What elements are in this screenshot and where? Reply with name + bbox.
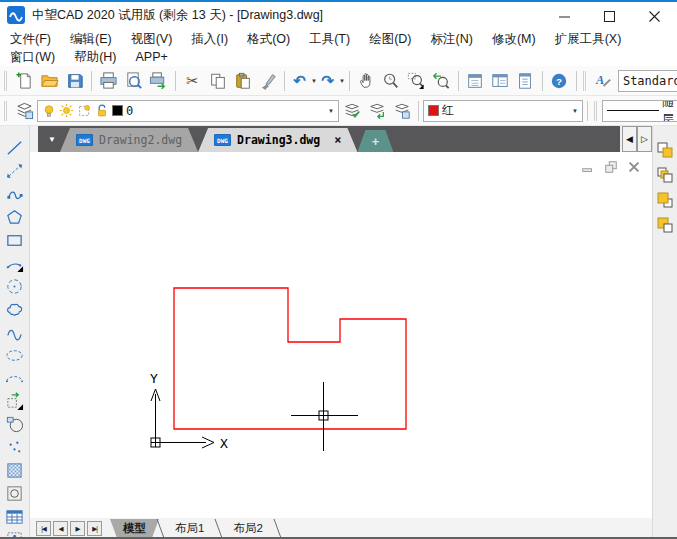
menu-dimension[interactable]: 标注(N) bbox=[431, 31, 473, 48]
next-layout-button[interactable]: ▶ bbox=[70, 521, 85, 536]
layer-combo[interactable]: 0 ▼ bbox=[37, 100, 339, 122]
redo-button[interactable]: ↷ bbox=[317, 68, 338, 94]
tab-layout2[interactable]: 布局2 bbox=[220, 519, 275, 538]
plot-button[interactable] bbox=[146, 68, 171, 94]
tab-layout1[interactable]: 布局1 bbox=[162, 519, 217, 538]
layer-states-button[interactable] bbox=[389, 98, 414, 124]
arc-button[interactable] bbox=[4, 253, 26, 273]
scroll-tabs-left-button[interactable]: ◀ bbox=[622, 126, 637, 152]
circle-button[interactable] bbox=[4, 276, 26, 296]
toolbar-grip[interactable] bbox=[583, 71, 586, 91]
print-preview-button[interactable] bbox=[121, 68, 146, 94]
send-under-button[interactable] bbox=[655, 215, 675, 235]
doc-tab-drawing3[interactable]: DWG Drawing3.dwg × bbox=[198, 128, 357, 152]
menu-insert[interactable]: 插入(I) bbox=[191, 31, 228, 48]
tab-list-dropdown-button[interactable]: ▼ bbox=[44, 130, 60, 148]
text-style-combo[interactable]: Standard bbox=[618, 70, 677, 92]
send-to-back-button[interactable] bbox=[655, 165, 675, 185]
spline-button[interactable] bbox=[4, 322, 26, 342]
undo-button[interactable]: ↶ bbox=[289, 68, 310, 94]
last-layout-button[interactable]: ▶| bbox=[87, 521, 102, 536]
menu-express-tools[interactable]: 扩展工具(X) bbox=[555, 31, 622, 48]
minimize-button[interactable] bbox=[542, 5, 587, 27]
make-layer-current-button[interactable] bbox=[339, 98, 364, 124]
first-layout-button[interactable]: |◀ bbox=[36, 521, 51, 536]
drawing-canvas[interactable]: Y X bbox=[30, 152, 652, 518]
layer-previous-button[interactable] bbox=[364, 98, 389, 124]
menu-view[interactable]: 视图(V) bbox=[131, 31, 173, 48]
paste-button[interactable] bbox=[230, 68, 255, 94]
make-layer-current-icon bbox=[343, 102, 361, 120]
tool-palettes-button[interactable] bbox=[513, 68, 538, 94]
zoom-realtime-button[interactable] bbox=[379, 68, 404, 94]
pan-button[interactable] bbox=[354, 68, 379, 94]
layer-properties-toolbar: 0 ▼ 红 ▼ 随层 bbox=[0, 96, 677, 126]
properties-palette-button[interactable] bbox=[463, 68, 488, 94]
hatch-button[interactable] bbox=[4, 460, 26, 480]
menu-modify[interactable]: 修改(M) bbox=[492, 31, 536, 48]
linetype-combo[interactable]: 随层 bbox=[602, 100, 677, 122]
previous-layout-button[interactable]: ◀ bbox=[53, 521, 68, 536]
color-combo[interactable]: 红 ▼ bbox=[423, 100, 583, 122]
scissors-icon: ✂ bbox=[186, 73, 199, 88]
save-button[interactable] bbox=[62, 68, 87, 94]
insert-block-button[interactable] bbox=[4, 391, 26, 411]
zoom-window-button[interactable] bbox=[404, 68, 429, 94]
menu-format[interactable]: 格式(O) bbox=[247, 31, 290, 48]
close-button[interactable] bbox=[632, 5, 677, 27]
redo-dropdown[interactable]: ▼ bbox=[339, 78, 345, 84]
bring-to-front-button[interactable] bbox=[655, 140, 675, 160]
open-file-button[interactable] bbox=[37, 68, 62, 94]
menu-tools[interactable]: 工具(T) bbox=[309, 31, 350, 48]
line-button[interactable] bbox=[4, 138, 26, 158]
zoom-previous-button[interactable] bbox=[429, 68, 454, 94]
copy-button[interactable] bbox=[205, 68, 230, 94]
construction-line-button[interactable] bbox=[4, 161, 26, 181]
menu-draw[interactable]: 绘图(D) bbox=[369, 31, 411, 48]
bring-above-button[interactable] bbox=[655, 190, 675, 210]
text-style-button[interactable]: A bbox=[591, 68, 616, 94]
drawn-polyline-shape[interactable] bbox=[174, 288, 406, 429]
ellipse-arc-button[interactable] bbox=[4, 368, 26, 388]
new-file-button[interactable] bbox=[12, 68, 37, 94]
point-button[interactable] bbox=[4, 437, 26, 457]
color-combo-dropdown[interactable]: ▼ bbox=[572, 108, 578, 114]
polygon-button[interactable] bbox=[4, 207, 26, 227]
tab-model[interactable]: 模型 bbox=[110, 519, 159, 538]
toolbar-grip[interactable] bbox=[4, 71, 7, 91]
toolbar-grip[interactable] bbox=[594, 101, 597, 121]
polyline-button[interactable] bbox=[4, 184, 26, 204]
menu-edit[interactable]: 编辑(E) bbox=[70, 31, 112, 48]
match-properties-button[interactable] bbox=[255, 68, 280, 94]
make-block-icon bbox=[5, 415, 24, 434]
help-button[interactable]: ? bbox=[547, 68, 572, 94]
menu-help[interactable]: 帮助(H) bbox=[74, 49, 116, 66]
mtext-button[interactable]: A bbox=[4, 529, 26, 537]
mdi-close-button[interactable] bbox=[626, 160, 642, 174]
draw-toolbar: A bbox=[0, 126, 30, 537]
new-doc-tab-button[interactable]: + bbox=[357, 130, 393, 152]
close-doc-tab-icon[interactable]: × bbox=[334, 133, 341, 147]
print-button[interactable] bbox=[96, 68, 121, 94]
toolbar-grip[interactable] bbox=[4, 101, 7, 121]
menu-app-plus[interactable]: APP+ bbox=[135, 50, 167, 64]
region-button[interactable] bbox=[4, 483, 26, 503]
revision-cloud-button[interactable] bbox=[4, 299, 26, 319]
menu-window[interactable]: 窗口(W) bbox=[10, 49, 55, 66]
mdi-restore-button[interactable] bbox=[603, 160, 619, 174]
design-center-button[interactable] bbox=[488, 68, 513, 94]
rectangle-button[interactable] bbox=[4, 230, 26, 250]
doc-tab-drawing2[interactable]: DWG Drawing2.dwg bbox=[60, 128, 198, 152]
toolbar-separator bbox=[175, 71, 176, 91]
make-block-button[interactable] bbox=[4, 414, 26, 434]
scroll-tabs-right-button[interactable]: ▷ bbox=[637, 126, 652, 152]
cut-button[interactable]: ✂ bbox=[180, 68, 205, 94]
drawing-viewport[interactable]: Y X bbox=[30, 152, 652, 518]
maximize-button[interactable] bbox=[587, 5, 632, 27]
mdi-minimize-button[interactable] bbox=[580, 160, 596, 174]
ellipse-button[interactable] bbox=[4, 345, 26, 365]
table-button[interactable] bbox=[4, 506, 26, 526]
layer-manager-button[interactable] bbox=[12, 98, 37, 124]
menu-file[interactable]: 文件(F) bbox=[10, 31, 51, 48]
layer-combo-dropdown[interactable]: ▼ bbox=[328, 108, 334, 114]
